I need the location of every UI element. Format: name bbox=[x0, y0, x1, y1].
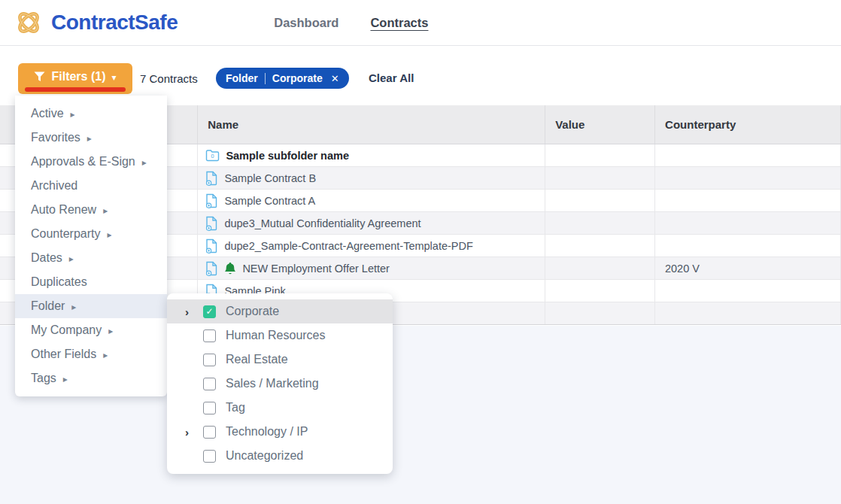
filters-menu-item[interactable]: Tags ▸ bbox=[15, 366, 167, 390]
chip-close-icon[interactable]: ✕ bbox=[331, 73, 339, 84]
submenu-arrow-icon: ▸ bbox=[142, 157, 147, 168]
clear-all-button[interactable]: Clear All bbox=[369, 71, 414, 84]
filters-menu-item[interactable]: Folder ▸ bbox=[15, 294, 167, 318]
filters-active-underline bbox=[25, 87, 126, 92]
submenu-arrow-icon: ▸ bbox=[103, 350, 108, 360]
submenu-arrow-icon: ▸ bbox=[71, 302, 76, 312]
menu-item-label: Archived bbox=[31, 179, 77, 193]
contract-document-icon bbox=[205, 193, 218, 208]
contract-name: NEW Employment Offer Letter bbox=[242, 263, 390, 275]
folder-checkbox[interactable]: ✓ bbox=[203, 329, 216, 342]
table-header-value[interactable]: Value bbox=[545, 105, 655, 144]
contract-document-icon bbox=[205, 171, 218, 186]
contract-name: dupe2_Sample-Contract-Agreement-Template… bbox=[224, 240, 472, 252]
funnel-icon bbox=[34, 71, 45, 82]
row-counterparty-cell bbox=[655, 190, 841, 211]
filters-menu-item[interactable]: Active ▸ bbox=[15, 102, 167, 126]
filters-button[interactable]: Filters (1) ▾ bbox=[18, 63, 132, 94]
folder-checkbox[interactable]: ✓ bbox=[203, 305, 216, 318]
row-value-cell bbox=[545, 190, 655, 211]
alert-bell-icon bbox=[224, 262, 236, 275]
filters-menu-item[interactable]: My Company ▸ bbox=[15, 318, 167, 342]
filters-menu-item[interactable]: Archived bbox=[15, 174, 167, 198]
folder-option-label: Real Estate bbox=[226, 353, 288, 366]
brand-name: ContractSafe bbox=[51, 11, 178, 35]
expand-chevron-slot: › bbox=[185, 426, 203, 439]
submenu-arrow-icon: ▸ bbox=[108, 229, 112, 240]
contract-name: Sample subfolder name bbox=[226, 150, 349, 162]
filters-menu-item[interactable]: Counterparty ▸ bbox=[15, 222, 167, 246]
contract-name: Sample Contract A bbox=[224, 195, 315, 207]
brand-logo[interactable]: ContractSafe bbox=[14, 8, 178, 38]
folder-checkbox[interactable]: ✓ bbox=[203, 402, 216, 414]
folder-checkbox[interactable]: ✓ bbox=[203, 378, 216, 390]
submenu-arrow-icon: ▸ bbox=[103, 205, 108, 216]
menu-item-label: Other Fields bbox=[31, 348, 96, 361]
top-bar: ContractSafe Dashboard Contracts bbox=[0, 0, 841, 46]
nav-contracts[interactable]: Contracts bbox=[370, 16, 428, 30]
row-counterparty-cell bbox=[655, 144, 841, 166]
row-counterparty-cell bbox=[655, 235, 841, 257]
folder-option[interactable]: ✓ Tag bbox=[167, 396, 393, 420]
folder-checkbox[interactable]: ✓ bbox=[203, 354, 216, 366]
folder-option[interactable]: › ✓ Corporate bbox=[167, 299, 393, 323]
row-counterparty-cell bbox=[655, 280, 841, 302]
filters-menu-item[interactable]: Auto Renew ▸ bbox=[15, 198, 167, 222]
menu-item-label: My Company bbox=[31, 323, 102, 337]
submenu-arrow-icon: ▸ bbox=[87, 133, 92, 144]
row-value-cell bbox=[545, 235, 655, 257]
contract-name: Sample Contract B bbox=[224, 172, 316, 184]
folder-submenu: › ✓ Corporate ✓ Human Resources ✓ Re bbox=[167, 293, 393, 474]
folder-option[interactable]: ✓ Human Resources bbox=[167, 323, 393, 348]
filters-menu-item[interactable]: Other Fields ▸ bbox=[15, 342, 167, 366]
filters-button-label: Filters (1) bbox=[51, 70, 105, 83]
contract-name: dupe3_Mutual Confidentiality Agreement bbox=[224, 217, 420, 229]
filters-menu-item[interactable]: Dates ▸ bbox=[15, 246, 167, 270]
table-header-name[interactable]: Name bbox=[198, 105, 545, 144]
row-value-cell bbox=[545, 257, 655, 279]
row-counterparty-cell bbox=[655, 167, 841, 189]
folder-option-label: Sales / Marketing bbox=[226, 377, 319, 390]
row-value-cell bbox=[545, 280, 655, 302]
row-value-cell bbox=[545, 302, 655, 324]
contract-document-icon bbox=[205, 238, 218, 254]
row-value-cell bbox=[545, 144, 655, 166]
expand-chevron-slot: › bbox=[185, 305, 203, 318]
filters-dropdown-menu: Active ▸ Favorites ▸ Approvals & E-Sign … bbox=[15, 96, 167, 396]
expand-chevron-icon[interactable]: › bbox=[185, 305, 189, 318]
table-header-counterparty[interactable]: Counterparty bbox=[655, 105, 841, 144]
results-count: 7 Contracts bbox=[140, 72, 198, 85]
contractsafe-logo-icon bbox=[14, 8, 44, 38]
contract-document-icon bbox=[205, 261, 218, 276]
expand-chevron-icon[interactable]: › bbox=[185, 426, 189, 439]
folder-option-label: Human Resources bbox=[226, 329, 326, 342]
row-name-cell: dupe2_Sample-Contract-Agreement-Template… bbox=[198, 235, 545, 257]
submenu-arrow-icon: ▸ bbox=[69, 254, 74, 264]
menu-item-label: Counterparty bbox=[31, 227, 101, 241]
folder-option[interactable]: ✓ Real Estate bbox=[167, 348, 393, 372]
menu-item-label: Tags bbox=[31, 372, 56, 385]
row-name-cell: NEW Employment Offer Letter bbox=[198, 257, 545, 279]
submenu-arrow-icon: ▸ bbox=[108, 326, 113, 336]
menu-item-label: Favorites bbox=[31, 131, 80, 144]
folder-option-label: Corporate bbox=[226, 305, 279, 318]
row-name-cell: dupe3_Mutual Confidentiality Agreement bbox=[198, 212, 545, 234]
folder-option-label: Tag bbox=[226, 401, 245, 414]
folder-option[interactable]: ✓ Sales / Marketing bbox=[167, 372, 393, 396]
row-counterparty-cell bbox=[655, 212, 841, 234]
filters-menu-item[interactable]: Favorites ▸ bbox=[15, 126, 167, 150]
row-value-cell bbox=[545, 212, 655, 234]
folder-option[interactable]: › ✓ Technology / IP bbox=[167, 420, 393, 444]
folder-option[interactable]: ✓ Uncategorized bbox=[167, 444, 393, 468]
filters-menu-item[interactable]: Approvals & E-Sign ▸ bbox=[15, 150, 167, 174]
chip-divider bbox=[265, 73, 266, 84]
folder-checkbox[interactable]: ✓ bbox=[203, 450, 216, 463]
row-name-cell: 0 Sample subfolder name bbox=[198, 144, 545, 166]
folder-checkbox[interactable]: ✓ bbox=[203, 426, 216, 439]
nav-dashboard[interactable]: Dashboard bbox=[274, 16, 339, 30]
filters-menu-item[interactable]: Duplicates bbox=[15, 270, 167, 294]
chevron-down-icon: ▾ bbox=[111, 72, 116, 83]
filter-chip-value: Corporate bbox=[272, 72, 323, 84]
row-name-cell: Sample Contract A bbox=[198, 190, 545, 211]
filter-chip-folder-corporate[interactable]: Folder Corporate ✕ bbox=[216, 68, 349, 89]
